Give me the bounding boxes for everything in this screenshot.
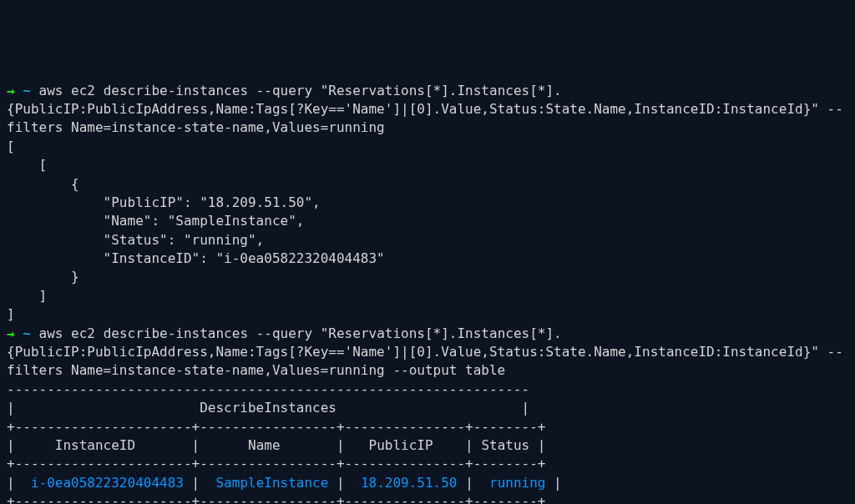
command-line-1: → ~ aws ec2 describe-instances --query "… <box>7 82 848 138</box>
json-field-status: "Status": "running", <box>7 231 848 249</box>
prompt-tilde: ~ <box>23 325 31 341</box>
json-bracket: ] <box>7 287 848 305</box>
json-field-instanceid: "InstanceID": "i-0ea05822320404483" <box>7 249 848 268</box>
table-title-row: | DescribeInstances | <box>7 399 848 417</box>
cell-publicip: 18.209.51.50 <box>361 475 458 491</box>
json-bracket: [ <box>7 138 848 156</box>
prompt-arrow-icon: → <box>7 83 15 98</box>
json-brace: { <box>7 175 848 194</box>
header-publicip: PublicIP <box>345 437 466 453</box>
prompt-arrow-icon: → <box>7 325 15 341</box>
command-text: aws ec2 describe-instances --query "Rese… <box>7 325 843 379</box>
json-field-publicip: "PublicIP": "18.209.51.50", <box>7 194 848 212</box>
table-data-row: | i-0ea05822320404483 | SampleInstance |… <box>7 474 848 492</box>
table-separator: +----------------------+----------------… <box>7 418 848 436</box>
cell-status: running <box>489 475 545 491</box>
cell-instanceid: i-0ea05822320404483 <box>31 475 184 491</box>
header-status: Status <box>473 437 538 453</box>
command-text: aws ec2 describe-instances --query "Rese… <box>7 83 843 136</box>
json-field-name: "Name": "SampleInstance", <box>7 212 848 230</box>
prompt-tilde: ~ <box>23 83 31 98</box>
header-instanceid: InstanceID <box>15 437 192 453</box>
cell-name: SampleInstance <box>215 475 328 491</box>
header-name: Name <box>200 437 336 453</box>
json-bracket: ] <box>7 305 848 324</box>
table-separator: +----------------------+----------------… <box>7 455 848 473</box>
table-separator: +----------------------+----------------… <box>7 492 848 504</box>
table-header-row: | InstanceID | Name | PublicIP | Status … <box>7 436 848 455</box>
terminal-output: → ~ aws ec2 describe-instances --query "… <box>7 82 848 504</box>
command-line-2: → ~ aws ec2 describe-instances --query "… <box>7 325 848 381</box>
json-brace: } <box>7 268 848 286</box>
json-bracket: [ <box>7 156 848 174</box>
table-separator: ----------------------------------------… <box>7 381 848 399</box>
